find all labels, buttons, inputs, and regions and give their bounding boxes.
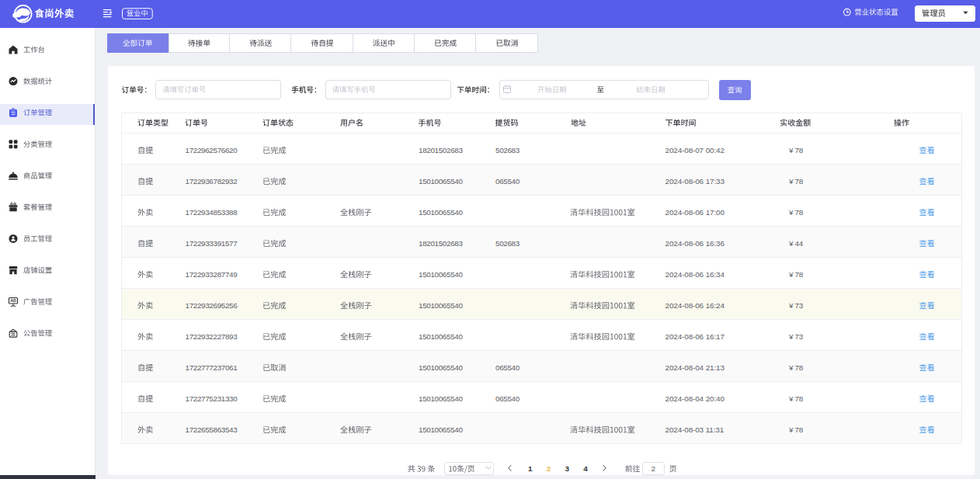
svg-text:¥ 73: ¥ 73	[788, 301, 804, 310]
svg-text:2024-08-06 16:17: 2024-08-06 16:17	[665, 332, 725, 341]
svg-text:2024-08-06 17:00: 2024-08-06 17:00	[665, 208, 725, 217]
svg-text:1722932227893: 1722932227893	[186, 332, 238, 341]
svg-text:2024-08-06 16:24: 2024-08-06 16:24	[665, 301, 725, 310]
svg-text:18201502683: 18201502683	[419, 239, 463, 248]
svg-text:2: 2	[547, 464, 551, 473]
svg-text:1722962576620: 1722962576620	[186, 146, 238, 154]
svg-text:2: 2	[651, 464, 655, 473]
svg-text:¥ 78: ¥ 78	[788, 146, 804, 154]
svg-text:502683: 502683	[495, 146, 520, 154]
svg-text:2024-08-03 11:31: 2024-08-03 11:31	[665, 425, 725, 434]
svg-text:18201502683: 18201502683	[419, 146, 463, 154]
svg-text:1: 1	[528, 464, 533, 473]
svg-text:¥ 78: ¥ 78	[788, 394, 804, 403]
svg-text:2024-08-06 17:33: 2024-08-06 17:33	[665, 177, 725, 186]
svg-text:3: 3	[565, 464, 569, 473]
svg-text:1722775231330: 1722775231330	[186, 394, 238, 403]
svg-text:¥ 78: ¥ 78	[788, 363, 804, 372]
svg-text:1722936782932: 1722936782932	[186, 177, 238, 186]
svg-text:15010065540: 15010065540	[419, 301, 463, 310]
svg-text:1722933391577: 1722933391577	[186, 239, 238, 248]
svg-text:1722655863543: 1722655863543	[186, 425, 238, 434]
svg-text:065540: 065540	[495, 177, 520, 186]
svg-text:1722933287749: 1722933287749	[186, 270, 238, 279]
svg-text:502683: 502683	[495, 239, 520, 248]
svg-text:15010065540: 15010065540	[419, 425, 463, 434]
svg-text:AD: AD	[10, 298, 16, 303]
svg-text:1722934853388: 1722934853388	[186, 208, 238, 217]
svg-text:¥ 73: ¥ 73	[788, 332, 804, 341]
svg-text:¥ 78: ¥ 78	[788, 177, 804, 186]
svg-text:2024-08-04 20:40: 2024-08-04 20:40	[665, 394, 725, 403]
svg-text:¥ 44: ¥ 44	[788, 239, 804, 248]
svg-text:065540: 065540	[495, 394, 520, 403]
svg-text:2024-08-06 16:34: 2024-08-06 16:34	[665, 270, 725, 279]
svg-text:15010065540: 15010065540	[419, 363, 463, 372]
svg-text:2024-08-04 21:13: 2024-08-04 21:13	[665, 363, 725, 372]
svg-text:¥ 78: ¥ 78	[788, 270, 804, 279]
svg-text:¥ 78: ¥ 78	[788, 208, 804, 217]
svg-text:15010065540: 15010065540	[419, 394, 463, 403]
svg-text:15010065540: 15010065540	[419, 177, 463, 186]
svg-text:15010065540: 15010065540	[419, 270, 463, 279]
svg-text:065540: 065540	[495, 363, 520, 372]
svg-text:1722932695256: 1722932695256	[186, 301, 238, 310]
svg-text:¥ 78: ¥ 78	[788, 425, 804, 434]
svg-text:2024-08-07 00:42: 2024-08-07 00:42	[665, 146, 725, 154]
svg-text:15010065540: 15010065540	[419, 332, 463, 341]
svg-text:15010065540: 15010065540	[419, 208, 463, 217]
svg-text:4: 4	[583, 464, 588, 473]
svg-text:2024-08-06 16:36: 2024-08-06 16:36	[665, 239, 725, 248]
svg-text:1722777237061: 1722777237061	[186, 363, 238, 372]
